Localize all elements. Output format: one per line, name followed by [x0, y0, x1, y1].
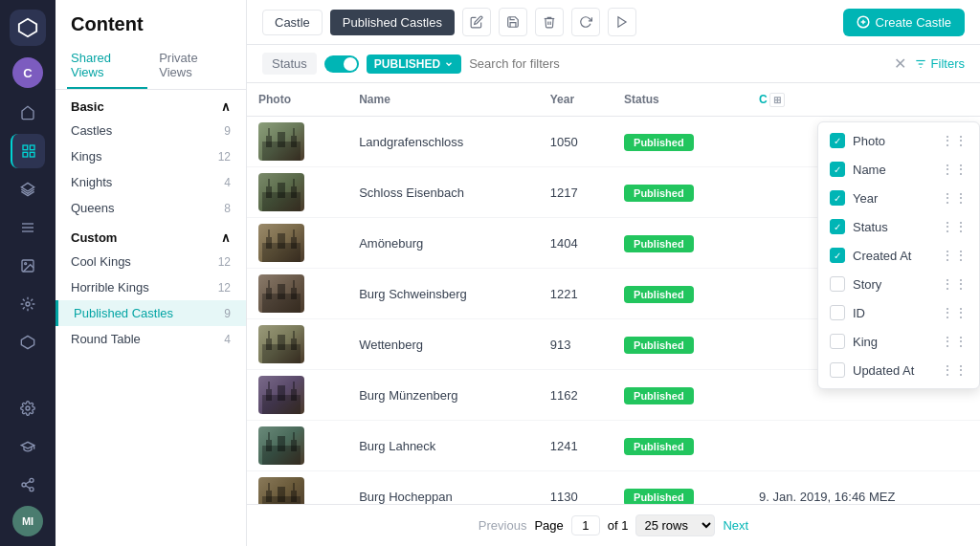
column-picker-item[interactable]: Story ⋮⋮ — [818, 270, 979, 298]
column-picker-item[interactable]: King ⋮⋮ — [818, 327, 979, 356]
column-checkbox[interactable]: ✓ — [830, 190, 845, 206]
delete-icon[interactable] — [535, 8, 564, 36]
section-custom: Custom ∧ — [56, 221, 246, 249]
column-checkbox[interactable]: ✓ — [830, 219, 845, 234]
nav-item-horrible-kings[interactable]: Horrible Kings 12 — [56, 274, 246, 300]
list-icon[interactable] — [11, 210, 45, 245]
drag-handle-icon[interactable]: ⋮⋮ — [941, 334, 968, 349]
column-checkbox[interactable]: ✓ — [830, 133, 845, 148]
cell-photo — [247, 319, 347, 370]
bottom-avatar[interactable]: MI — [12, 506, 43, 536]
drag-handle-icon[interactable]: ⋮⋮ — [941, 305, 968, 320]
column-checkbox[interactable] — [830, 334, 845, 349]
drag-handle-icon[interactable]: ⋮⋮ — [941, 162, 968, 177]
nav-item-castles[interactable]: Castles 9 — [56, 118, 246, 143]
column-label: ID — [853, 306, 865, 320]
svg-rect-55 — [293, 331, 295, 339]
cell-status: Published — [612, 117, 747, 167]
drag-handle-icon[interactable]: ⋮⋮ — [941, 248, 968, 263]
user-avatar[interactable]: C — [12, 57, 43, 88]
home-icon[interactable] — [11, 96, 45, 130]
schema-icon[interactable] — [11, 325, 45, 360]
col-status: Status — [612, 83, 747, 117]
drag-handle-icon[interactable]: ⋮⋮ — [941, 190, 968, 206]
svg-point-13 — [26, 406, 30, 410]
column-picker-item[interactable]: ✓ Status ⋮⋮ — [818, 212, 979, 241]
save-icon[interactable] — [499, 8, 527, 36]
tab-shared-views[interactable]: Shared Views — [67, 43, 147, 89]
column-checkbox[interactable] — [830, 276, 845, 292]
edit-icon[interactable] — [462, 8, 491, 36]
rows-select[interactable]: 25 rows 50 rows 100 rows — [635, 514, 715, 536]
nav-item-queens[interactable]: Queens 8 — [56, 195, 246, 221]
column-checkbox[interactable] — [830, 362, 845, 378]
page-input[interactable] — [571, 515, 600, 535]
cell-year: 1050 — [539, 117, 612, 167]
pagination-bar: Previous Page of 1 25 rows 50 rows 100 r… — [247, 504, 980, 546]
drag-handle-icon[interactable]: ⋮⋮ — [941, 276, 968, 292]
svg-rect-71 — [291, 491, 297, 502]
col-photo: Photo — [247, 83, 347, 117]
cell-year: 1162 — [539, 370, 612, 421]
filter-value-badge[interactable]: PUBLISHED — [367, 55, 461, 74]
grad-icon[interactable] — [11, 429, 45, 464]
cell-name: Amöneburg — [347, 218, 539, 269]
create-castle-button[interactable]: Create Castle — [843, 9, 965, 36]
table-row: Burg Lahneck 1241 Published — [247, 421, 980, 471]
next-button[interactable]: Next — [723, 518, 748, 533]
svg-rect-40 — [278, 233, 285, 249]
cell-status: Published — [612, 370, 747, 421]
column-picker-item[interactable]: Updated At ⋮⋮ — [818, 356, 979, 384]
column-checkbox[interactable]: ✓ — [830, 162, 845, 177]
cell-photo — [247, 421, 347, 471]
nav-item-published-castles[interactable]: Published Castles 9 — [56, 300, 246, 326]
table-container: Photo Name Year Status C⊞ — [247, 83, 980, 504]
svg-rect-42 — [268, 229, 270, 237]
cell-name: Schloss Eisenbach — [347, 167, 539, 218]
column-picker-item[interactable]: ✓ Created At ⋮⋮ — [818, 241, 979, 270]
refresh-icon[interactable] — [571, 8, 600, 36]
filter-search-input[interactable] — [469, 56, 885, 71]
image-icon[interactable] — [11, 249, 45, 283]
cell-name: Wettenberg — [347, 319, 539, 370]
plus-icon — [857, 15, 870, 29]
app-logo[interactable] — [10, 10, 46, 46]
column-checkbox[interactable] — [830, 305, 845, 320]
drag-handle-icon[interactable]: ⋮⋮ — [941, 362, 968, 378]
nav-item-round-table[interactable]: Round Table 4 — [56, 326, 246, 352]
grid-icon[interactable] — [11, 134, 45, 168]
settings-icon[interactable] — [11, 391, 45, 426]
integration-icon[interactable] — [11, 468, 45, 502]
nav-item-cool-kings[interactable]: Cool Kings 12 — [56, 249, 246, 274]
column-picker-item[interactable]: ✓ Name ⋮⋮ — [818, 155, 979, 184]
filters-button[interactable]: Filters — [914, 56, 965, 71]
prev-button[interactable]: Previous — [479, 518, 527, 533]
column-picker-item[interactable]: ✓ Photo ⋮⋮ — [818, 126, 979, 155]
section-basic-toggle[interactable]: ∧ — [221, 99, 231, 114]
column-picker-item[interactable]: ✓ Year ⋮⋮ — [818, 184, 979, 212]
svg-rect-28 — [278, 132, 285, 147]
column-checkbox[interactable]: ✓ — [830, 248, 845, 263]
published-castles-tab[interactable]: Published Castles — [330, 10, 455, 35]
layers-icon[interactable] — [11, 172, 45, 207]
nav-item-knights[interactable]: Knights 4 — [56, 169, 246, 195]
column-label: Updated At — [853, 363, 914, 378]
cell-name: Burg Münzenberg — [347, 370, 539, 421]
nav-item-kings[interactable]: Kings 12 — [56, 143, 246, 169]
svg-rect-3 — [23, 152, 28, 157]
filter-toggle[interactable] — [324, 55, 359, 73]
drag-handle-icon[interactable]: ⋮⋮ — [941, 133, 968, 148]
play-icon[interactable] — [608, 8, 636, 36]
col-created: C⊞ — [747, 83, 980, 117]
cell-name: Burg Schweinsberg — [347, 269, 539, 319]
column-picker-item[interactable]: ID ⋮⋮ — [818, 298, 979, 327]
castle-tab[interactable]: Castle — [262, 10, 323, 35]
cell-status: Published — [612, 218, 747, 269]
api-icon[interactable] — [11, 287, 45, 321]
column-label: Name — [853, 163, 886, 177]
cell-photo — [247, 218, 347, 269]
tab-private-views[interactable]: Private Views — [155, 43, 234, 89]
section-custom-toggle[interactable]: ∧ — [221, 230, 231, 245]
filter-clear-icon[interactable]: ✕ — [894, 55, 906, 73]
drag-handle-icon[interactable]: ⋮⋮ — [941, 219, 968, 234]
